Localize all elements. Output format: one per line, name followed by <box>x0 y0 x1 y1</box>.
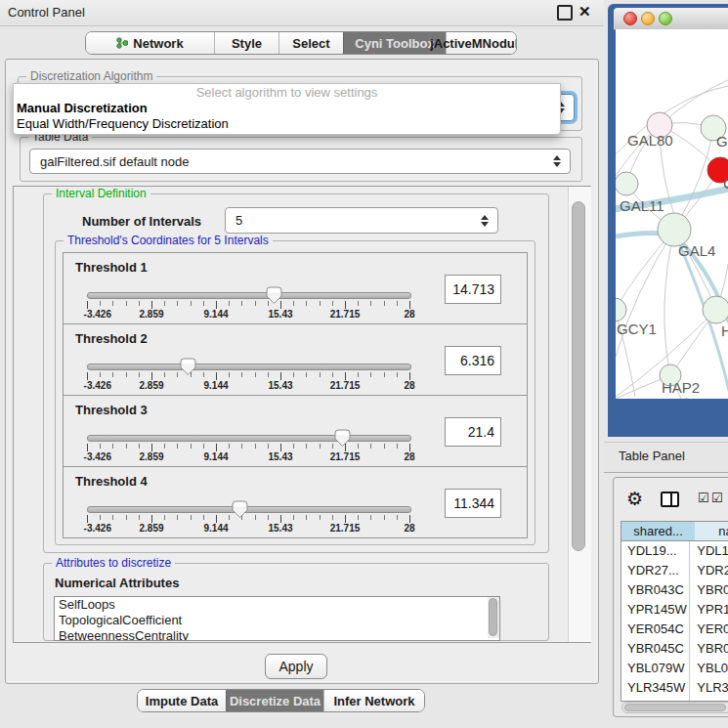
threshold-value-field[interactable] <box>445 417 501 447</box>
threshold-value-field[interactable] <box>445 275 501 304</box>
number-of-intervals-label: Number of Intervals <box>82 214 201 229</box>
table-row[interactable]: YBR043CYBR04 <box>621 580 728 600</box>
tick-label: -3.426 <box>84 451 111 462</box>
cell-shared-name: YBR043C <box>621 580 690 600</box>
table-row[interactable]: YLR345WYLR34 <box>621 678 728 698</box>
network-canvas[interactable]: GAL80GACGAL11GAL4GCY1HHAP2 <box>616 29 728 399</box>
cell-name: YLR34 <box>690 678 728 698</box>
network-node-gcy1[interactable] <box>616 298 626 321</box>
table-row[interactable]: YDR27...YDR27 <box>621 561 728 580</box>
tab-label: jActiveMNodules <box>430 36 517 51</box>
slider-track[interactable] <box>87 364 411 370</box>
tick-label: -3.426 <box>84 380 111 391</box>
gear-icon[interactable]: ⚙ <box>626 488 643 510</box>
select-all-checkbox-icon[interactable]: ☑ <box>698 491 709 505</box>
threshold-label: Threshold 4 <box>75 474 148 489</box>
slider-track[interactable] <box>87 292 411 299</box>
slider-ticks <box>87 444 409 451</box>
cell-name: YPR14 <box>690 600 728 620</box>
slider-tick-labels: -3.4262.8599.14415.4321.71528 <box>87 523 409 535</box>
screen: Control Panel ✕ NetworkStyleSelectCyni T… <box>0 0 728 728</box>
network-node-gal4[interactable] <box>658 213 691 246</box>
attributes-group-title: Attributes to discretize <box>52 556 175 570</box>
dropdown-option[interactable]: Manual Discretization <box>14 101 560 116</box>
cell-name: YDR27 <box>690 561 728 580</box>
network-node-label: H <box>721 322 728 339</box>
control-panel-titlebar <box>0 0 604 26</box>
attributes-scrollbar[interactable] <box>488 597 499 638</box>
tab-label: Select <box>292 36 329 51</box>
network-window-titlebar[interactable] <box>614 8 728 30</box>
tab-jactivemnodules[interactable]: jActiveMNodules <box>446 32 516 54</box>
dropdown-option[interactable]: Equal Width/Frequency Discretization <box>14 116 560 132</box>
attribute-list-item[interactable]: SelfLoops <box>55 597 499 613</box>
table-horizontal-scrollbar[interactable] <box>621 702 728 713</box>
combo-arrows-icon <box>481 215 489 227</box>
network-node-label: HAP2 <box>662 379 700 396</box>
numerical-attributes-list: SelfLoopsTopologicalCoefficientBetweenne… <box>54 596 500 641</box>
minimize-yellow-icon[interactable] <box>641 12 655 25</box>
network-node-h[interactable] <box>703 296 728 323</box>
tick-label: 28 <box>404 380 414 391</box>
tick-label: 2.859 <box>139 380 163 391</box>
bottom-tabs: Impute DataDiscretize DataInfer Network <box>137 689 425 712</box>
tab-network[interactable]: Network <box>86 32 214 54</box>
tick-label: 28 <box>404 309 414 320</box>
slider-track[interactable] <box>87 435 411 442</box>
tick-label: 9.144 <box>203 309 228 320</box>
table-row[interactable]: YBL079WYBL07 <box>621 659 728 678</box>
tick-label: 2.859 <box>139 451 163 462</box>
table-data-combobox[interactable]: galFiltered.sif default node <box>29 149 571 174</box>
tab-infer-network[interactable]: Infer Network <box>323 690 424 711</box>
network-node-label: GAL80 <box>627 132 673 149</box>
table-header-shared-name[interactable]: shared... <box>621 521 696 541</box>
close-icon[interactable]: ✕ <box>578 3 591 21</box>
attribute-list-item[interactable]: BetweennessCentrality <box>55 628 499 641</box>
table-row[interactable]: YBR045CYBR04 <box>621 639 728 659</box>
cell-name: YBR04 <box>690 580 728 600</box>
close-red-icon[interactable] <box>623 12 637 25</box>
cell-shared-name: YDL19... <box>621 541 690 561</box>
cell-shared-name: YDR27... <box>621 561 690 580</box>
cell-name: YBL07 <box>690 659 728 678</box>
threshold-panel-1: Threshold 1-3.4262.8599.14415.4321.71528 <box>63 252 528 324</box>
table-panel-title: Table Panel <box>619 449 685 463</box>
tab-impute-data[interactable]: Impute Data <box>138 690 226 711</box>
split-columns-icon[interactable] <box>661 492 679 507</box>
slider-track[interactable] <box>87 506 411 513</box>
network-node-label: GCY1 <box>617 321 657 337</box>
tab-discretize-data[interactable]: Discretize Data <box>226 690 323 711</box>
dropdown-hint-option[interactable]: Select algorithm to view settings <box>14 84 560 101</box>
cell-shared-name: YLR345W <box>621 678 690 698</box>
apply-button[interactable]: Apply <box>265 654 327 679</box>
zoom-green-icon[interactable] <box>659 12 672 25</box>
tick-label: 9.144 <box>203 380 228 391</box>
table-header-name[interactable]: name <box>695 521 728 541</box>
slider-tick-labels: -3.4262.8599.14415.4321.71528 <box>87 380 409 392</box>
float-window-icon[interactable] <box>557 5 573 21</box>
interval-definition-group-title: Interval Definition <box>52 187 150 200</box>
table-row[interactable]: YDL19...YDL19 <box>621 541 728 561</box>
number-of-intervals-combobox[interactable]: 5 <box>225 207 498 234</box>
attribute-list-item[interactable]: TopologicalCoefficient <box>55 613 499 628</box>
tick-label: 15.43 <box>268 451 292 462</box>
network-node-label: GAL4 <box>678 242 715 259</box>
cell-shared-name: YER054C <box>621 620 690 639</box>
tab-style[interactable]: Style <box>214 32 278 54</box>
table-row[interactable]: YER054CYER05 <box>621 620 728 639</box>
tick-label: 2.859 <box>139 309 163 320</box>
table-rows: YDL19...YDL19YDR27...YDR27YBR043CYBR04YP… <box>621 541 728 702</box>
tick-label: 28 <box>404 523 414 534</box>
threshold-value-field[interactable] <box>445 346 501 375</box>
discretization-algorithm-group-title: Discretization Algorithm <box>26 69 156 83</box>
vertical-scrollbar-thumb[interactable] <box>572 201 585 551</box>
network-icon <box>116 37 128 49</box>
network-node-gal11[interactable] <box>616 172 638 195</box>
slider-ticks <box>87 301 409 309</box>
cell-name: YDL19 <box>690 541 728 561</box>
threshold-value-field[interactable] <box>445 489 501 518</box>
tab-select[interactable]: Select <box>278 32 343 54</box>
table-row[interactable]: YPR145WYPR14 <box>621 600 728 620</box>
tick-label: 21.715 <box>330 523 361 534</box>
select-none-checkbox-icon[interactable]: ☑ <box>711 491 723 505</box>
